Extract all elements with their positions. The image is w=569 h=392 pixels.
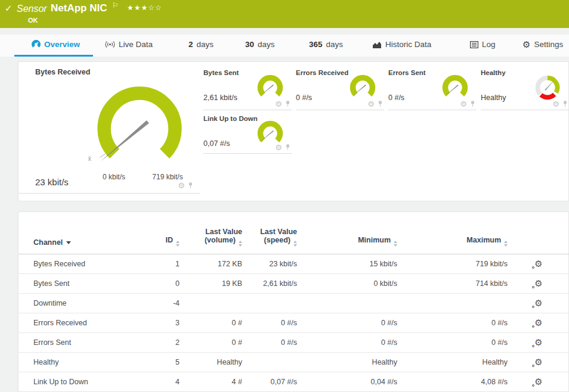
sort-icon: [176, 241, 180, 247]
gauge-title: Errors Sent: [388, 69, 426, 76]
tab-2-days[interactable]: 2 days: [188, 40, 214, 49]
tab-30-days[interactable]: 30 days: [245, 40, 275, 49]
channel-name[interactable]: Bytes Received: [18, 254, 162, 274]
sort-icon: [394, 241, 397, 247]
channel-table: Channel ID Last Value (volume) Last Valu…: [18, 212, 569, 392]
pin-icon[interactable]: [285, 144, 290, 151]
object-type-label: Sensor: [17, 4, 47, 14]
channel-name[interactable]: Errors Sent: [18, 333, 162, 353]
flag-icon[interactable]: ⚐: [112, 1, 119, 10]
tab-live-data[interactable]: Live Data: [105, 40, 153, 49]
pin-icon[interactable]: [470, 101, 475, 107]
channel-settings-icon[interactable]: ⚙: [534, 298, 542, 307]
channel-name[interactable]: Link Up to Down: [18, 372, 162, 392]
last-value-volume: 19 KB: [180, 274, 242, 294]
gauge-current-value: 2,61 kbit/s: [203, 94, 237, 102]
pin-icon[interactable]: [562, 101, 568, 107]
bytes-received-gauge: x̄: [86, 75, 193, 182]
table-row[interactable]: Bytes Received 1 172 KB 23 kbit/s 15 kbi…: [18, 254, 569, 274]
pin-icon[interactable]: [285, 101, 290, 107]
priority-stars[interactable]: ★★★☆☆: [127, 4, 162, 12]
minimum-value: 0,04 #/s: [297, 372, 397, 392]
sort-icon: [239, 241, 242, 247]
gauge-panel-bytes-received[interactable]: Bytes Received x̄ 0 kbit/s 719 kbit/s 23…: [18, 62, 200, 194]
last-value-speed: 0 #/s: [242, 313, 297, 333]
gauge-panel-errors-received[interactable]: Errors Received 0 #/s ⚙: [296, 66, 384, 110]
last-value-speed: [242, 353, 297, 372]
gauge-settings-gear-icon[interactable]: ⚙: [460, 100, 467, 108]
tab-historic-data[interactable]: Historic Data: [372, 40, 431, 49]
channel-settings-icon[interactable]: ⚙: [534, 377, 542, 386]
channel-name[interactable]: Errors Received: [18, 313, 162, 333]
last-value-speed: 0,07 #/s: [242, 372, 297, 392]
tab-365-days[interactable]: 365 days: [309, 40, 343, 49]
gauge-panel-bytes-sent[interactable]: Bytes Sent 2,61 kbit/s ⚙: [203, 66, 292, 110]
channel-settings-icon[interactable]: ⚙: [534, 279, 542, 288]
status-badge: OK: [28, 17, 38, 24]
channel-settings-icon[interactable]: ⚙: [534, 357, 542, 366]
column-header-actions: [508, 212, 569, 254]
channel-id: 3: [162, 313, 180, 333]
channel-name[interactable]: Downtime: [18, 294, 162, 313]
tab-log[interactable]: Log: [470, 40, 496, 49]
tab-bar: Overview Live Data 2 days 30 days 365 da…: [0, 35, 569, 57]
last-value-volume: 4 #: [180, 372, 242, 392]
pin-icon[interactable]: [188, 182, 193, 189]
gauge-title: Healthy: [481, 69, 506, 76]
tab-overview[interactable]: Overview: [32, 40, 80, 49]
column-header-id[interactable]: ID: [162, 212, 180, 254]
last-value-speed: 23 kbit/s: [242, 254, 297, 274]
table-row[interactable]: Bytes Sent 0 19 KB 2,61 kbit/s 0 kbit/s …: [18, 274, 569, 294]
tab-settings[interactable]: ⚙ Settings: [522, 40, 563, 49]
gauge-current-value: 0 #/s: [388, 94, 404, 102]
last-value-volume: 172 KB: [180, 254, 242, 274]
sort-icon: [293, 241, 297, 247]
gauge-panel-errors-sent[interactable]: Errors Sent 0 #/s ⚙: [388, 66, 477, 110]
table-row[interactable]: Downtime -4 ⚙: [18, 294, 569, 313]
pin-icon[interactable]: [378, 101, 383, 107]
maximum-value: 719 kbit/s: [397, 254, 508, 274]
channel-id: 5: [162, 353, 180, 372]
channel-settings-icon[interactable]: ⚙: [534, 338, 542, 347]
status-ok-check-icon: ✓: [5, 3, 13, 14]
tab-2-days-number: 2: [188, 40, 193, 49]
channel-id: 1: [162, 254, 180, 274]
column-header-maximum[interactable]: Maximum: [397, 212, 508, 254]
channel-name[interactable]: Healthy: [18, 353, 162, 372]
gauge-settings-gear-icon[interactable]: ⚙: [275, 144, 282, 151]
tab-30-days-unit: days: [258, 40, 275, 49]
settings-gear-icon: ⚙: [522, 40, 530, 49]
column-header-minimum[interactable]: Minimum: [297, 212, 397, 254]
gauge-panel-link-up-to-down[interactable]: Link Up to Down 0,07 #/s ⚙: [203, 112, 292, 154]
table-row[interactable]: Errors Sent 2 0 # 0 #/s 0 #/s 0 #/s ⚙: [18, 333, 569, 353]
channel-settings-icon[interactable]: ⚙: [534, 318, 542, 327]
gauge-settings-gear-icon[interactable]: ⚙: [275, 100, 282, 108]
last-value-volume: [180, 294, 242, 313]
minimum-value: 15 kbit/s: [297, 254, 397, 274]
column-header-last-value-speed[interactable]: Last Value (speed): [242, 212, 297, 254]
gauge-settings-gear-icon[interactable]: ⚙: [367, 100, 375, 108]
gauge-title: Errors Received: [296, 69, 348, 76]
historic-chart-icon: [372, 41, 382, 48]
gauges-card: Bytes Received x̄ 0 kbit/s 719 kbit/s 23…: [18, 61, 569, 201]
gauge-current-value: Healthy: [481, 94, 506, 102]
last-value-speed: 2,61 kbit/s: [242, 274, 297, 294]
table-row[interactable]: Errors Received 3 0 # 0 #/s 0 #/s 0 #/s …: [18, 313, 569, 333]
tab-2-days-unit: days: [197, 40, 214, 49]
column-header-channel[interactable]: Channel: [18, 212, 162, 254]
minimum-value: 0 #/s: [297, 313, 397, 333]
last-value-speed: [242, 294, 297, 313]
column-header-last-value-volume[interactable]: Last Value (volume): [180, 212, 242, 254]
channel-name[interactable]: Bytes Sent: [18, 274, 162, 294]
maximum-value: 714 kbit/s: [397, 274, 508, 294]
gauge-settings-gear-icon[interactable]: ⚙: [552, 100, 559, 108]
table-row[interactable]: Healthy 5 Healthy Healthy Healthy ⚙: [18, 353, 569, 372]
gauge-panel-healthy[interactable]: Healthy Healthy ⚙: [481, 66, 569, 110]
tab-365-days-unit: days: [326, 40, 344, 49]
active-tab-underline: [14, 55, 93, 57]
gauge-settings-gear-icon[interactable]: ⚙: [178, 182, 185, 189]
table-row[interactable]: Link Up to Down 4 4 # 0,07 #/s 0,04 #/s …: [18, 372, 569, 392]
channel-settings-icon[interactable]: ⚙: [534, 259, 542, 268]
errors-received-gauge: [347, 72, 378, 103]
gauge-icon: [32, 40, 41, 49]
